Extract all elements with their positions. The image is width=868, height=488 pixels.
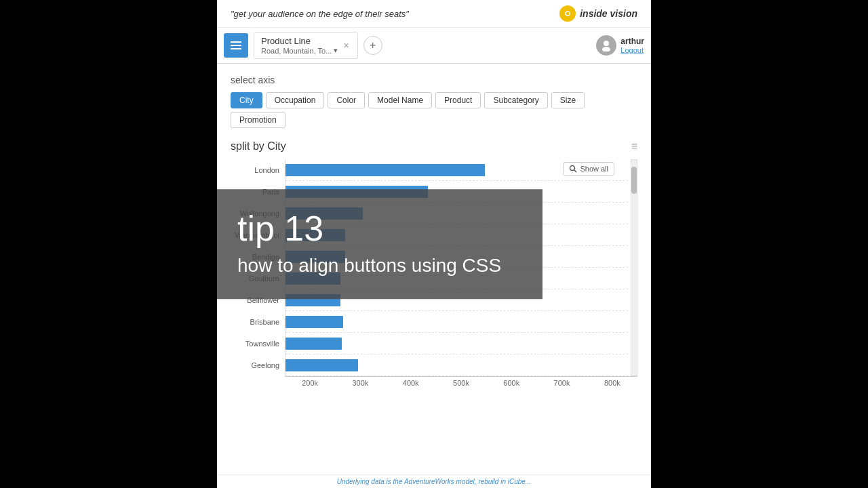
brand: inside vision xyxy=(559,5,637,22)
product-line-tab[interactable]: Product Line Road, Mountain, To... ▾ × xyxy=(254,32,358,59)
axis-btn-size[interactable]: Size xyxy=(551,92,585,108)
toolbar: Product Line Road, Mountain, To... ▾ × +… xyxy=(217,28,651,64)
bar-bellflower xyxy=(285,294,340,306)
axis-btn-product[interactable]: Product xyxy=(435,92,481,108)
svg-point-3 xyxy=(602,47,610,52)
bar-townsville xyxy=(285,338,342,350)
svg-point-0 xyxy=(564,9,572,18)
brand-logo-icon xyxy=(559,5,576,22)
y-label-london: London xyxy=(231,159,285,181)
dropdown-icon: ▾ xyxy=(334,46,338,55)
bar-brisbane xyxy=(285,316,343,328)
chart-area: LondonParisWollongongWarrnamboolBendigoG… xyxy=(231,159,637,376)
svg-point-2 xyxy=(604,41,609,46)
tab-subtitle: Road, Mountain, To... ▾ xyxy=(261,46,338,55)
y-label-brisbane: Brisbane xyxy=(231,311,285,333)
bar-wollongong xyxy=(285,207,363,220)
main-app-window: "get your audience on the edge of their … xyxy=(217,0,651,488)
user-name: arthur xyxy=(620,37,644,46)
y-label-bellflower: Bellflower xyxy=(231,289,285,311)
bar-paris xyxy=(285,186,428,198)
axis-buttons-group: CityOccupationColorModel NameProductSubc… xyxy=(231,92,637,128)
chart-menu-icon[interactable]: ≡ xyxy=(631,140,637,152)
add-tab-button[interactable]: + xyxy=(363,36,382,55)
hamburger-icon xyxy=(231,41,241,49)
x-tick: 600k xyxy=(486,379,536,387)
logout-button[interactable]: Logout xyxy=(620,46,644,54)
axis-btn-subcategory[interactable]: Subcategory xyxy=(484,92,547,108)
scrollbar-thumb xyxy=(631,167,637,194)
bar-row xyxy=(285,203,628,224)
bar-row xyxy=(285,289,628,311)
x-tick: 200k xyxy=(285,379,335,387)
bar-warrnambool xyxy=(285,229,345,241)
main-content: select axis CityOccupationColorModel Nam… xyxy=(217,64,651,398)
footer-note: Underlying data is the AdventureWorks mo… xyxy=(217,474,651,488)
bar-row xyxy=(285,333,628,354)
x-tick: 800k xyxy=(587,379,637,387)
y-label-townsville: Townsville xyxy=(231,333,285,354)
y-label-paris: Paris xyxy=(231,181,285,203)
axis-btn-color[interactable]: Color xyxy=(328,92,365,108)
x-tick: 500k xyxy=(436,379,486,387)
x-tick: 400k xyxy=(386,379,436,387)
axis-btn-city[interactable]: City xyxy=(231,92,262,108)
bar-goulburn xyxy=(285,272,340,285)
tab-name: Product Line xyxy=(261,36,338,46)
split-header: split by City ≡ xyxy=(231,140,637,152)
chart-scrollbar[interactable] xyxy=(631,159,637,376)
bar-bendigo xyxy=(285,251,345,263)
user-area: arthur Logout xyxy=(596,35,644,56)
y-axis-labels: LondonParisWollongongWarrnamboolBendigoG… xyxy=(231,159,285,376)
bar-row xyxy=(285,311,628,333)
x-axis: 200k300k400k500k600k700k800k xyxy=(285,376,637,387)
bar-row xyxy=(285,354,628,376)
x-tick: 700k xyxy=(536,379,587,387)
axis-btn-occupation[interactable]: Occupation xyxy=(266,92,325,108)
brand-name: inside vision xyxy=(580,8,637,19)
bar-row xyxy=(285,159,628,181)
axis-btn-model-name[interactable]: Model Name xyxy=(368,92,432,108)
bar-row xyxy=(285,246,628,268)
bar-row xyxy=(285,224,628,246)
y-label-wollongong: Wollongong xyxy=(231,203,285,224)
hamburger-button[interactable] xyxy=(224,33,248,58)
bar-geelong xyxy=(285,359,358,371)
bars-container: Show all xyxy=(285,159,628,376)
axis-btn-promotion[interactable]: Promotion xyxy=(231,112,285,128)
x-tick: 300k xyxy=(335,379,385,387)
avatar xyxy=(596,35,616,56)
bar-row xyxy=(285,181,628,203)
tagline: "get your audience on the edge of their … xyxy=(231,9,409,19)
tab-label: Product Line Road, Mountain, To... ▾ xyxy=(261,36,338,55)
tab-close-button[interactable]: × xyxy=(342,40,350,51)
y-label-geelong: Geelong xyxy=(231,354,285,376)
bar-row xyxy=(285,268,628,289)
bar-london xyxy=(285,164,485,176)
split-title: split by City xyxy=(231,140,286,152)
top-banner: "get your audience on the edge of their … xyxy=(217,0,651,28)
axis-section-label: select axis xyxy=(231,75,637,85)
user-info: arthur Logout xyxy=(620,37,644,54)
y-label-goulburn: Goulburn xyxy=(231,268,285,289)
y-label-bendigo: Bendigo xyxy=(231,246,285,268)
y-label-warrnambool: Warrnambool xyxy=(231,224,285,246)
